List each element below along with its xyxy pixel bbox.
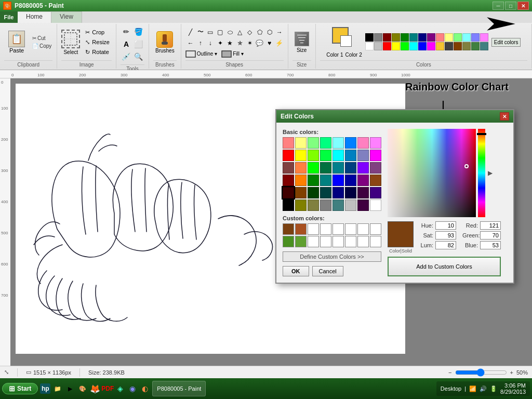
taskbar-icon-media[interactable]: ▶	[65, 383, 75, 394]
palette-cell-27[interactable]	[480, 42, 488, 50]
basic-color-cell-17[interactable]	[295, 162, 307, 174]
basic-color-cell-5[interactable]	[345, 137, 356, 149]
basic-color-cell-0[interactable]	[283, 137, 294, 149]
close-button[interactable]: ✕	[517, 2, 529, 10]
basic-color-cell-1[interactable]	[295, 137, 307, 149]
basic-color-cell-41[interactable]	[295, 200, 307, 211]
blue-input[interactable]	[480, 241, 501, 249]
copy-button[interactable]: 📄 Copy	[31, 43, 52, 49]
shape-arrow-l[interactable]: ←	[185, 38, 196, 48]
basic-color-cell-38[interactable]	[357, 187, 369, 198]
text-button[interactable]: A	[121, 38, 132, 50]
palette-cell-19[interactable]	[409, 42, 418, 50]
shape-heart[interactable]: ♥	[264, 38, 275, 48]
shape-star5[interactable]: ✯	[235, 38, 245, 48]
red-input[interactable]	[480, 221, 501, 230]
hue-strip[interactable]	[478, 129, 485, 217]
tab-view[interactable]: View	[51, 11, 82, 23]
basic-color-cell-4[interactable]	[332, 137, 344, 149]
color-canvas[interactable]	[388, 129, 476, 217]
basic-color-cell-30[interactable]	[357, 175, 369, 186]
basic-color-cell-31[interactable]	[370, 175, 381, 186]
shape-line[interactable]: ╱	[185, 27, 196, 37]
basic-color-cell-2[interactable]	[308, 137, 319, 149]
basic-color-cell-36[interactable]	[332, 187, 344, 198]
palette-cell-26[interactable]	[471, 42, 480, 50]
basic-color-cell-32[interactable]	[283, 187, 294, 198]
basic-color-cell-37[interactable]	[345, 187, 356, 198]
shape-ellipse[interactable]: ⬭	[225, 27, 235, 37]
custom-color-cell-1[interactable]	[295, 223, 307, 235]
basic-color-cell-43[interactable]	[320, 200, 331, 211]
custom-color-cell-8[interactable]	[283, 236, 294, 247]
custom-color-cell-11[interactable]	[320, 236, 331, 247]
paste-button[interactable]: 📋 Paste	[4, 29, 29, 56]
basic-color-cell-9[interactable]	[295, 150, 307, 161]
palette-cell-20[interactable]	[418, 42, 427, 50]
basic-color-cell-6[interactable]	[357, 137, 369, 149]
shape-star6[interactable]: ✶	[245, 38, 255, 48]
basic-color-cell-11[interactable]	[320, 150, 331, 161]
zoom-out-button[interactable]: −	[448, 369, 451, 376]
basic-color-cell-26[interactable]	[308, 175, 319, 186]
palette-cell-2[interactable]	[383, 33, 391, 42]
outline-button[interactable]: Outline ▾	[185, 50, 217, 58]
color2-button[interactable]: Color 2	[345, 52, 362, 58]
custom-color-cell-0[interactable]	[283, 223, 294, 235]
basic-color-cell-29[interactable]	[345, 175, 356, 186]
rotate-button[interactable]: ↻ Rotate	[83, 48, 112, 57]
custom-color-cell-7[interactable]	[370, 223, 381, 235]
palette-cell-15[interactable]	[374, 42, 382, 50]
basic-color-cell-14[interactable]	[357, 150, 369, 161]
custom-color-cell-10[interactable]	[308, 236, 319, 247]
basic-color-cell-45[interactable]	[345, 200, 356, 211]
select-button[interactable]	[61, 30, 80, 48]
palette-cell-4[interactable]	[401, 33, 409, 42]
add-to-custom-colors-button[interactable]: Add to Custom Colors	[388, 257, 501, 276]
pencil-button[interactable]: ✏	[121, 26, 132, 37]
taskbar-icon-hp[interactable]: hp	[40, 383, 50, 394]
basic-color-cell-16[interactable]	[283, 162, 294, 174]
shape-pentagon[interactable]: ⬠	[255, 27, 265, 37]
palette-cell-16[interactable]	[383, 42, 391, 50]
palette-cell-13[interactable]	[480, 33, 488, 42]
fill-option-button[interactable]: Fill ▾	[221, 50, 244, 58]
custom-color-cell-4[interactable]	[332, 223, 344, 235]
zoom-in-button[interactable]: +	[510, 369, 513, 376]
shape-arrow-r[interactable]: →	[274, 27, 285, 37]
shape-speech[interactable]: 💬	[255, 38, 265, 48]
cut-button[interactable]: ✂ Cut	[31, 35, 52, 42]
palette-cell-24[interactable]	[454, 42, 462, 50]
shape-arrow-u[interactable]: ↑	[195, 38, 206, 48]
palette-cell-17[interactable]	[392, 42, 400, 50]
shape-4arrow[interactable]: ✦	[215, 38, 225, 48]
palette-cell-23[interactable]	[445, 42, 453, 50]
taskbar-icon-paint[interactable]: 🎨	[77, 383, 88, 394]
palette-cell-7[interactable]	[427, 33, 435, 42]
maximize-button[interactable]: □	[505, 2, 516, 10]
basic-color-cell-39[interactable]	[370, 187, 381, 198]
basic-color-cell-34[interactable]	[308, 187, 319, 198]
ok-button[interactable]: OK	[283, 266, 309, 276]
palette-cell-6[interactable]	[418, 33, 427, 42]
palette-cell-11[interactable]	[462, 33, 471, 42]
custom-color-cell-3[interactable]	[320, 223, 331, 235]
custom-color-cell-6[interactable]	[357, 223, 369, 235]
basic-color-cell-28[interactable]	[332, 175, 344, 186]
basic-color-cell-22[interactable]	[357, 162, 369, 174]
basic-color-cell-20[interactable]	[332, 162, 344, 174]
palette-cell-3[interactable]	[392, 33, 400, 42]
lum-input[interactable]	[435, 241, 456, 249]
size-button[interactable]: Size	[292, 30, 311, 55]
basic-color-cell-21[interactable]	[345, 162, 356, 174]
shape-star4[interactable]: ★	[225, 38, 235, 48]
basic-color-cell-7[interactable]	[370, 137, 381, 149]
palette-cell-5[interactable]	[409, 33, 418, 42]
basic-color-cell-10[interactable]	[308, 150, 319, 161]
palette-cell-0[interactable]	[365, 33, 374, 42]
color-gradient-picker[interactable]	[388, 129, 476, 217]
file-menu-button[interactable]: File	[0, 11, 18, 23]
basic-color-cell-47[interactable]	[370, 200, 381, 211]
basic-color-cell-3[interactable]	[320, 137, 331, 149]
sat-input[interactable]	[435, 231, 456, 240]
